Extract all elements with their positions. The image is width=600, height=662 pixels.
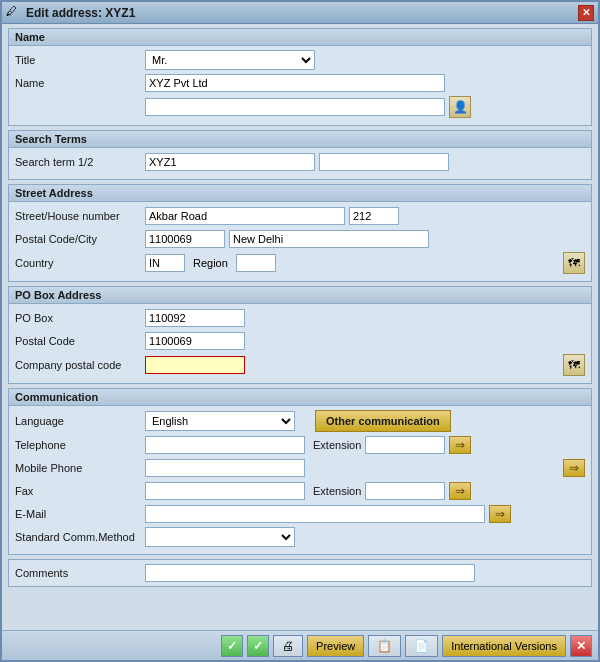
- name-section: Name Title Mr. Mrs. Ms. Dr. Name: [8, 28, 592, 126]
- printer-icon: 🖨: [282, 639, 294, 653]
- other-communication-button[interactable]: Other communication: [315, 410, 451, 432]
- save-button[interactable]: ✓: [221, 635, 243, 657]
- postal-city-label: Postal Code/City: [15, 233, 145, 245]
- comments-input[interactable]: [145, 564, 475, 582]
- region-input[interactable]: [236, 254, 276, 272]
- title-select[interactable]: Mr. Mrs. Ms. Dr.: [145, 50, 315, 70]
- main-content: Name Title Mr. Mrs. Ms. Dr. Name: [2, 24, 598, 630]
- house-number-input[interactable]: [349, 207, 399, 225]
- fax-input[interactable]: [145, 482, 305, 500]
- mobile-arrow-btn[interactable]: [563, 459, 585, 477]
- bottom-toolbar: ✓ ✓ 🖨 Preview 📋 📄 International Versions…: [2, 630, 598, 660]
- search1-input[interactable]: [145, 153, 315, 171]
- po-box-header: PO Box Address: [9, 287, 591, 304]
- country-row: Country Region 🗺: [15, 252, 585, 274]
- telephone-label: Telephone: [15, 439, 145, 451]
- communication-header: Communication: [9, 389, 591, 406]
- po-box-section: PO Box Address PO Box Postal Code Compan…: [8, 286, 592, 384]
- street-address-header: Street Address: [9, 185, 591, 202]
- fax-row: Fax Extension: [15, 481, 585, 501]
- street-row: Street/House number: [15, 206, 585, 226]
- email-arrow-btn[interactable]: [489, 505, 511, 523]
- company-postal-label: Company postal code: [15, 359, 145, 371]
- close-icon: ✕: [576, 639, 586, 653]
- extension-input[interactable]: [365, 436, 445, 454]
- po-postal-input[interactable]: [145, 332, 245, 350]
- std-comm-select[interactable]: Email Fax Phone: [145, 527, 295, 547]
- fax-extension-input[interactable]: [365, 482, 445, 500]
- street-label: Street/House number: [15, 210, 145, 222]
- email-label: E-Mail: [15, 508, 145, 520]
- check-button[interactable]: ✓: [247, 635, 269, 657]
- pobox-label: PO Box: [15, 312, 145, 324]
- main-window: 🖊 Edit address: XYZ1 ✕ Name Title Mr. Mr…: [0, 0, 600, 662]
- street-input[interactable]: [145, 207, 345, 225]
- po-icon-btn[interactable]: 🗺: [563, 354, 585, 376]
- country-label: Country: [15, 257, 145, 269]
- fax-extension-label: Extension: [313, 485, 361, 497]
- city-input[interactable]: [229, 230, 429, 248]
- name-input[interactable]: [145, 74, 445, 92]
- fax-arrow-btn[interactable]: [449, 482, 471, 500]
- pobox-input[interactable]: [145, 309, 245, 327]
- comments-section: Comments: [8, 559, 592, 587]
- pobox-postal-row: Postal Code: [15, 331, 585, 351]
- check-icon: ✓: [253, 639, 263, 653]
- std-comm-row: Standard Comm.Method Email Fax Phone: [15, 527, 585, 547]
- po-box-body: PO Box Postal Code Company postal code 🗺: [9, 304, 591, 383]
- comments-body: Comments: [9, 560, 591, 586]
- close-button[interactable]: ✕: [570, 635, 592, 657]
- telephone-row: Telephone Extension: [15, 435, 585, 455]
- map-icon: 🗺: [568, 256, 580, 270]
- country-input[interactable]: [145, 254, 185, 272]
- copy-icon: 📋: [377, 639, 392, 653]
- name2-row: 👤: [15, 96, 585, 118]
- mobile-label: Mobile Phone: [15, 462, 145, 474]
- company-postal-input[interactable]: [145, 356, 245, 374]
- close-window-button[interactable]: ✕: [578, 5, 594, 21]
- pobox-postal-label: Postal Code: [15, 335, 145, 347]
- search-terms-section: Search Terms Search term 1/2: [8, 130, 592, 180]
- name-label: Name: [15, 77, 145, 89]
- mobile-row: Mobile Phone: [15, 458, 585, 478]
- street-address-body: Street/House number Postal Code/City Cou…: [9, 202, 591, 281]
- postal-input[interactable]: [145, 230, 225, 248]
- paste-button[interactable]: 📄: [405, 635, 438, 657]
- window-icon: 🖊: [6, 5, 22, 21]
- paste-icon: 📄: [414, 639, 429, 653]
- communication-section: Communication Language English German Fr…: [8, 388, 592, 555]
- email-input[interactable]: [145, 505, 485, 523]
- copy-button[interactable]: 📋: [368, 635, 401, 657]
- name-section-body: Title Mr. Mrs. Ms. Dr. Name: [9, 46, 591, 125]
- email-row: E-Mail: [15, 504, 585, 524]
- name-icon-btn[interactable]: 👤: [449, 96, 471, 118]
- window-title: Edit address: XYZ1: [26, 6, 578, 20]
- intl-versions-button[interactable]: International Versions: [442, 635, 566, 657]
- pobox-row: PO Box: [15, 308, 585, 328]
- title-bar: 🖊 Edit address: XYZ1 ✕: [2, 2, 598, 24]
- person-icon: 👤: [453, 100, 468, 114]
- street-icon-btn[interactable]: 🗺: [563, 252, 585, 274]
- language-row: Language English German French Spanish O…: [15, 410, 585, 432]
- mobile-input[interactable]: [145, 459, 305, 477]
- search-term-label: Search term 1/2: [15, 156, 145, 168]
- search2-input[interactable]: [319, 153, 449, 171]
- title-row: Title Mr. Mrs. Ms. Dr.: [15, 50, 585, 70]
- print-button[interactable]: 🖨: [273, 635, 303, 657]
- telephone-input[interactable]: [145, 436, 305, 454]
- title-label: Title: [15, 54, 145, 66]
- telephone-arrow-btn[interactable]: [449, 436, 471, 454]
- postal-city-row: Postal Code/City: [15, 229, 585, 249]
- search-term-row: Search term 1/2: [15, 152, 585, 172]
- preview-button[interactable]: Preview: [307, 635, 364, 657]
- po-map-icon: 🗺: [568, 358, 580, 372]
- save-checkmark-icon: ✓: [227, 639, 237, 653]
- language-select[interactable]: English German French Spanish: [145, 411, 295, 431]
- name2-input[interactable]: [145, 98, 445, 116]
- name-section-header: Name: [9, 29, 591, 46]
- fax-label: Fax: [15, 485, 145, 497]
- comments-label: Comments: [15, 567, 145, 579]
- name-row: Name: [15, 73, 585, 93]
- street-address-section: Street Address Street/House number Posta…: [8, 184, 592, 282]
- communication-body: Language English German French Spanish O…: [9, 406, 591, 554]
